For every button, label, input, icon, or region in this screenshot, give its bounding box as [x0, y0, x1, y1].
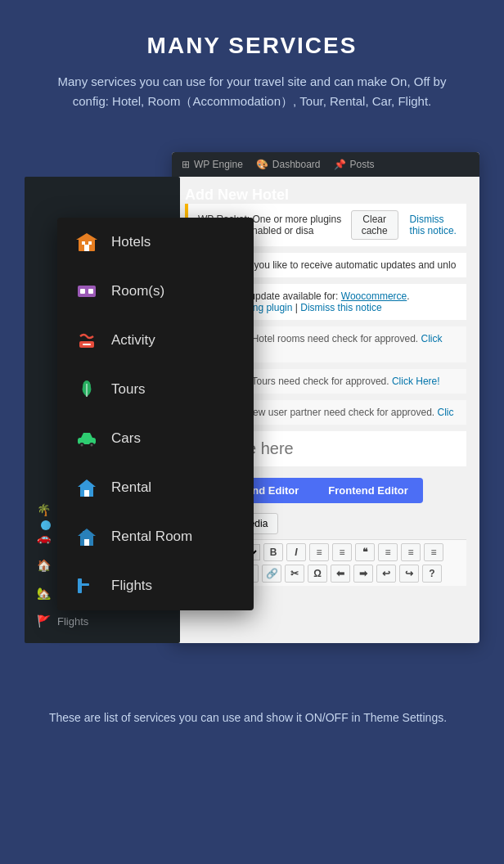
flights-small-icon: 🚩: [36, 614, 51, 628]
undo-button[interactable]: ↩: [376, 565, 396, 583]
rental-label: Rental: [111, 479, 151, 496]
woocommerce-link[interactable]: Woocommerce: [341, 290, 407, 302]
posts-top[interactable]: 📌 Posts: [334, 159, 375, 170]
align-right-button[interactable]: ≡: [424, 543, 443, 561]
indent-button[interactable]: ⬅: [331, 565, 350, 583]
hotels-label: Hotels: [111, 234, 151, 250]
wp-top-bar: ⊞ WP Engine 🎨 Dashboard 📌 Posts: [172, 152, 479, 177]
rooms-label: Room(s): [111, 283, 164, 299]
posts-icon: 📌: [334, 159, 346, 170]
flights-label: Flights: [111, 578, 152, 594]
cars-small-icon: 🚗: [36, 530, 51, 545]
flights-icon: [74, 573, 100, 599]
svg-rect-6: [80, 289, 85, 294]
svg-rect-23: [84, 539, 89, 546]
activity-label: Activity: [111, 332, 155, 349]
wp-engine-icon: ⊞: [182, 159, 190, 170]
rental-room-small-icon: 🏡: [36, 586, 51, 601]
popup-menu: Hotels Room(s) Activity: [57, 218, 254, 610]
svg-rect-8: [79, 295, 94, 297]
menu-item-flights[interactable]: Flights: [57, 561, 254, 610]
dismiss-notice-link[interactable]: Dismiss this notice.: [410, 214, 457, 236]
svg-rect-24: [83, 531, 86, 535]
svg-point-16: [81, 444, 83, 447]
blue-dot-indicator: [41, 520, 51, 530]
help-button[interactable]: ?: [422, 565, 442, 583]
tours-icon: [74, 376, 100, 403]
cars-icon: [74, 425, 100, 452]
menu-item-rental[interactable]: Rental: [57, 463, 254, 512]
footer-text: These are list of services you can use a…: [49, 711, 447, 724]
svg-rect-1: [82, 241, 85, 245]
outdent-button[interactable]: ➡: [353, 565, 373, 583]
tours-small-icon: 🌴: [36, 502, 51, 517]
activity-icon: [74, 327, 100, 353]
svg-rect-26: [78, 583, 89, 586]
blockquote-button[interactable]: ❝: [355, 543, 375, 561]
frontend-editor-tab[interactable]: Frontend Editor: [313, 478, 423, 503]
menu-item-cars[interactable]: Cars: [57, 414, 254, 463]
header-description: Many services you can use for your trave…: [49, 72, 455, 111]
link-button[interactable]: 🔗: [262, 565, 281, 583]
rental-room-icon: [74, 524, 100, 550]
wp-panel-title: Add New Hotel: [185, 187, 466, 204]
bold-button[interactable]: B: [263, 543, 283, 561]
align-left-button[interactable]: ≡: [378, 543, 398, 561]
svg-marker-4: [76, 233, 97, 240]
redo-button[interactable]: ↪: [399, 565, 419, 583]
screenshot-area: ⊞ WP Engine 🎨 Dashboard 📌 Posts Add New …: [25, 136, 479, 692]
dismiss-notice-link2[interactable]: Dismiss this notice: [300, 302, 381, 313]
svg-rect-3: [84, 245, 89, 251]
svg-rect-2: [88, 241, 92, 245]
main-title: MANY SERVICES: [49, 33, 455, 59]
svg-rect-20: [84, 490, 89, 497]
wp-engine-top[interactable]: ⊞ WP Engine: [182, 159, 243, 170]
click-here-link-2[interactable]: Click Here!: [392, 376, 440, 387]
menu-item-tours[interactable]: Tours: [57, 365, 254, 414]
menu-item-rental-room[interactable]: Rental Room: [57, 512, 254, 561]
dashboard-icon: 🎨: [256, 159, 268, 170]
header-section: MANY SERVICES Many services you can use …: [0, 0, 504, 136]
hotels-icon: [74, 229, 100, 255]
svg-marker-21: [78, 529, 96, 536]
italic-button[interactable]: I: [286, 543, 306, 561]
svg-point-17: [91, 444, 93, 447]
cars-label: Cars: [111, 430, 141, 447]
ul-button[interactable]: ≡: [309, 543, 329, 561]
ol-button[interactable]: ≡: [332, 543, 352, 561]
sidebar-item-flights-small[interactable]: 🚩 Flights: [25, 607, 180, 635]
svg-rect-10: [83, 344, 91, 345]
rental-small-icon: 🏠: [36, 558, 51, 573]
clear-cache-button[interactable]: Clear cache: [351, 210, 398, 240]
menu-item-hotels[interactable]: Hotels: [57, 218, 254, 267]
rental-room-label: Rental Room: [111, 529, 192, 545]
rental-icon: [74, 475, 100, 501]
unlink-button[interactable]: ✂: [285, 565, 304, 583]
tours-label: Tours: [111, 381, 146, 398]
menu-item-activity[interactable]: Activity: [57, 316, 254, 365]
click-here-link-3[interactable]: Clic: [438, 407, 454, 418]
special-char-button[interactable]: Ω: [308, 565, 327, 583]
svg-rect-7: [88, 289, 93, 294]
dashboard-top[interactable]: 🎨 Dashboard: [256, 159, 321, 170]
rooms-icon: [74, 278, 100, 304]
align-center-button[interactable]: ≡: [401, 543, 421, 561]
menu-item-rooms[interactable]: Room(s): [57, 267, 254, 316]
footer-section: These are list of services you can use a…: [0, 692, 504, 761]
svg-marker-18: [78, 479, 96, 487]
